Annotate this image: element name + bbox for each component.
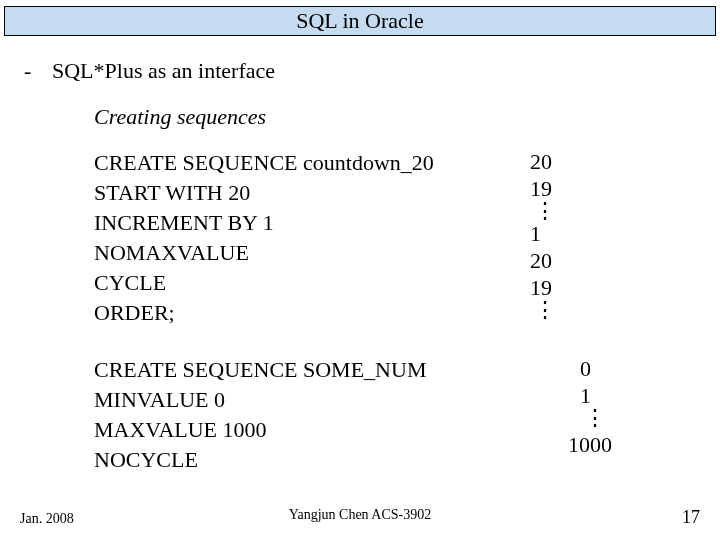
sequence-output-1: 20 19 ⋮ 1 20 19 ⋮ [530,148,556,319]
sql-block-1: CREATE SEQUENCE countdown_20 START WITH … [94,148,434,328]
seq-value: 20 [530,247,556,274]
vertical-dots: ⋮ [580,409,612,427]
bullet-dash: - [24,58,31,84]
code-line: NOMAXVALUE [94,238,434,268]
slide-title: SQL in Oracle [296,8,423,33]
code-line: MINVALUE 0 [94,385,426,415]
seq-value: 1000 [568,427,612,463]
code-line: START WITH 20 [94,178,434,208]
code-line: CREATE SEQUENCE countdown_20 [94,148,434,178]
title-bar: SQL in Oracle [4,6,716,36]
subheading: Creating sequences [94,104,266,130]
sequence-output-2: 0 1 ⋮ 1000 [580,355,612,463]
footer: Jan. 2008 Yangjun Chen ACS-3902 17 [20,507,700,528]
code-line: MAXVALUE 1000 [94,415,426,445]
footer-center: Yangjun Chen ACS-3902 [20,507,700,523]
code-line: ORDER; [94,298,434,328]
seq-value: 20 [530,148,556,175]
sql-block-2: CREATE SEQUENCE SOME_NUM MINVALUE 0 MAXV… [94,355,426,475]
code-line: CYCLE [94,268,434,298]
code-line: INCREMENT BY 1 [94,208,434,238]
code-line: NOCYCLE [94,445,426,475]
seq-value: 0 [580,355,612,382]
heading: SQL*Plus as an interface [52,58,275,84]
vertical-dots: ⋮ [530,301,556,319]
seq-value: 1 [530,220,556,247]
vertical-dots: ⋮ [530,202,556,220]
code-line: CREATE SEQUENCE SOME_NUM [94,355,426,385]
